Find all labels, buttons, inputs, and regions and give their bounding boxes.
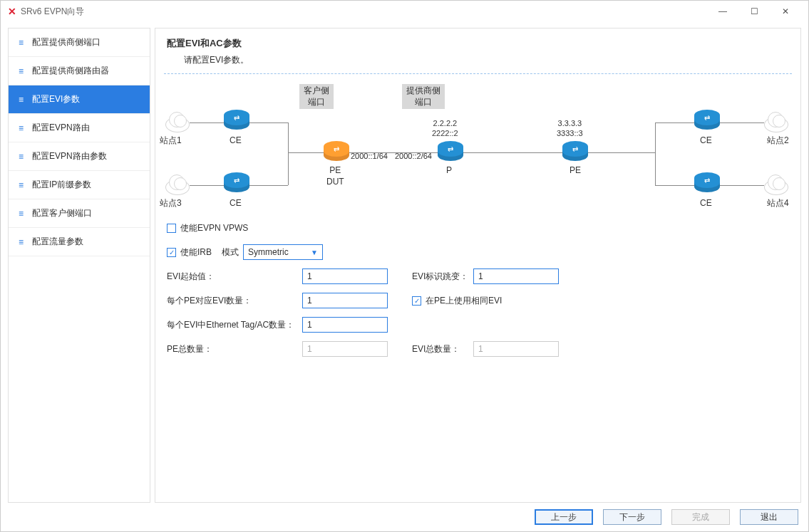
close-button[interactable]: ✕ xyxy=(770,1,801,22)
mode-value: Symmetric xyxy=(248,247,289,257)
same-evi-checkbox[interactable] xyxy=(412,296,421,306)
sidebar-item-label: 配置客户侧端口 xyxy=(32,207,92,219)
sidebar-item-label: 配置EVPN路由参数 xyxy=(32,150,107,162)
pe-total-label: PE总数量： xyxy=(167,343,302,355)
router-ce-icon: ⇄ xyxy=(224,114,249,130)
site3-label: 站点3 xyxy=(160,198,182,209)
sidebar-item-label: 配置提供商侧路由器 xyxy=(32,65,109,77)
window-controls: — ☐ ✕ xyxy=(707,1,801,22)
topology-link xyxy=(463,152,562,153)
cloud-icon xyxy=(165,117,190,132)
site1-label: 站点1 xyxy=(160,135,182,147)
finish-button-label: 完成 xyxy=(692,511,709,523)
maximize-button[interactable]: ☐ xyxy=(738,1,770,22)
content-panel: 配置EVI和AC参数 请配置EVI参数。 客户侧 端口 提供商侧 端口 站点1 … xyxy=(155,28,801,503)
topology-link xyxy=(588,152,655,153)
exit-button-label: 退出 xyxy=(761,511,778,523)
minimize-button[interactable]: — xyxy=(707,1,738,22)
pe-dut-label: PE DUT xyxy=(326,165,344,187)
next-button[interactable]: 下一步 xyxy=(603,509,661,525)
app-icon: ✕ xyxy=(8,6,16,18)
pe-address: 3.3.3.3 3333::3 xyxy=(557,118,583,139)
sidebar-item-traffic-params[interactable]: ≡ 配置流量参数 xyxy=(9,228,150,256)
customer-port-label: 客户侧 端口 xyxy=(299,84,334,109)
form-area: 使能EVPN VPWS 使能IRB 模式 Symmetric ▼ EVI起始值：… xyxy=(155,209,800,375)
evi-total-label: EVI总数量： xyxy=(412,343,473,355)
footer: 上一步 下一步 完成 退出 xyxy=(1,503,808,531)
ce-label: CE xyxy=(700,135,712,147)
topology-link xyxy=(720,185,764,186)
tag-per-evi-input[interactable] xyxy=(302,317,388,333)
topology-link xyxy=(190,185,224,186)
content-header: 配置EVI和AC参数 请配置EVI参数。 xyxy=(155,28,800,71)
exit-button[interactable]: 退出 xyxy=(740,509,798,525)
tag-per-evi-label: 每个EVI中Ethernet Tag/AC数量： xyxy=(167,319,302,331)
workspace: ≡ 配置提供商侧端口 ≡ 配置提供商侧路由器 ≡ 配置EVI参数 ≡ 配置EVP… xyxy=(1,22,808,503)
router-pe-dut-icon: ⇄ xyxy=(324,145,349,161)
sidebar-item-label: 配置EVPN路由 xyxy=(32,122,90,134)
sidebar-item-label: 配置IP前缀参数 xyxy=(32,179,91,191)
topology-link xyxy=(349,152,438,153)
evi-step-input[interactable] xyxy=(473,268,559,284)
provider-port-label: 提供商侧 端口 xyxy=(402,84,445,109)
hamburger-icon: ≡ xyxy=(19,95,22,105)
prev-button[interactable]: 上一步 xyxy=(535,509,593,525)
enable-vpws-label: 使能EVPN VPWS xyxy=(180,222,248,234)
sidebar-item-evpn-route-params[interactable]: ≡ 配置EVPN路由参数 xyxy=(9,142,150,171)
sidebar-item-evpn-route[interactable]: ≡ 配置EVPN路由 xyxy=(9,114,150,142)
topology-link xyxy=(249,122,288,123)
hamburger-icon: ≡ xyxy=(19,237,22,247)
topology-link xyxy=(655,185,694,186)
cloud-icon xyxy=(165,179,190,195)
hamburger-icon: ≡ xyxy=(19,123,22,133)
page-subtitle: 请配置EVI参数。 xyxy=(184,54,789,66)
next-button-label: 下一步 xyxy=(619,511,645,523)
chevron-down-icon: ▼ xyxy=(311,249,318,256)
p-label: P xyxy=(446,165,452,177)
sidebar-item-provider-port[interactable]: ≡ 配置提供商侧端口 xyxy=(9,28,150,57)
hamburger-icon: ≡ xyxy=(19,38,22,48)
finish-button: 完成 xyxy=(671,509,730,525)
router-ce-icon: ⇄ xyxy=(694,177,720,192)
evi-start-input[interactable] xyxy=(302,268,388,284)
separator xyxy=(164,73,792,74)
mode-select[interactable]: Symmetric ▼ xyxy=(243,244,323,260)
topology-link xyxy=(288,152,324,153)
topology-diagram: 客户侧 端口 提供商侧 端口 站点1 ⇄ CE 站点3 ⇄ CE ⇄ PE DU… xyxy=(160,81,796,209)
sidebar-item-customer-port[interactable]: ≡ 配置客户侧端口 xyxy=(9,199,150,228)
evi-total-input xyxy=(473,341,559,357)
router-p-icon: ⇄ xyxy=(438,145,463,161)
hamburger-icon: ≡ xyxy=(19,66,22,76)
router-pe-icon: ⇄ xyxy=(562,145,588,161)
titlebar: ✕ SRv6 EVPN向导 — ☐ ✕ xyxy=(1,1,808,22)
topology-link xyxy=(249,185,288,186)
ce-label: CE xyxy=(700,198,712,209)
sidebar-item-label: 配置EVI参数 xyxy=(32,93,80,105)
hamburger-icon: ≡ xyxy=(19,209,22,219)
evi-step-label: EVI标识跳变： xyxy=(412,271,473,283)
window-title: SRv6 EVPN向导 xyxy=(21,6,84,18)
sidebar-item-provider-router[interactable]: ≡ 配置提供商侧路由器 xyxy=(9,57,150,85)
evi-per-pe-label: 每个PE对应EVI数量： xyxy=(167,295,302,307)
mode-label: 模式 xyxy=(222,246,239,259)
enable-vpws-checkbox[interactable] xyxy=(167,224,176,233)
sidebar-item-label: 配置流量参数 xyxy=(32,236,83,248)
hamburger-icon: ≡ xyxy=(19,152,22,162)
cloud-icon xyxy=(764,179,788,195)
topology-link xyxy=(720,122,764,123)
router-ce-icon: ⇄ xyxy=(694,114,720,130)
prev-button-label: 上一步 xyxy=(551,511,577,523)
topology-link xyxy=(190,122,224,123)
router-ce-icon: ⇄ xyxy=(224,177,249,192)
sidebar-item-evi-params[interactable]: ≡ 配置EVI参数 xyxy=(9,85,150,114)
site2-label: 站点2 xyxy=(767,135,789,147)
same-evi-label: 在PE上使用相同EVI xyxy=(426,295,502,307)
site4-label: 站点4 xyxy=(767,198,789,209)
ce-label: CE xyxy=(230,135,242,147)
evi-per-pe-input[interactable] xyxy=(302,293,388,308)
sidebar-item-label: 配置提供商侧端口 xyxy=(32,36,101,48)
ce-label: CE xyxy=(230,198,242,209)
topology-link xyxy=(288,122,289,185)
enable-irb-checkbox[interactable] xyxy=(167,248,176,257)
sidebar-item-ip-prefix-params[interactable]: ≡ 配置IP前缀参数 xyxy=(9,171,150,199)
